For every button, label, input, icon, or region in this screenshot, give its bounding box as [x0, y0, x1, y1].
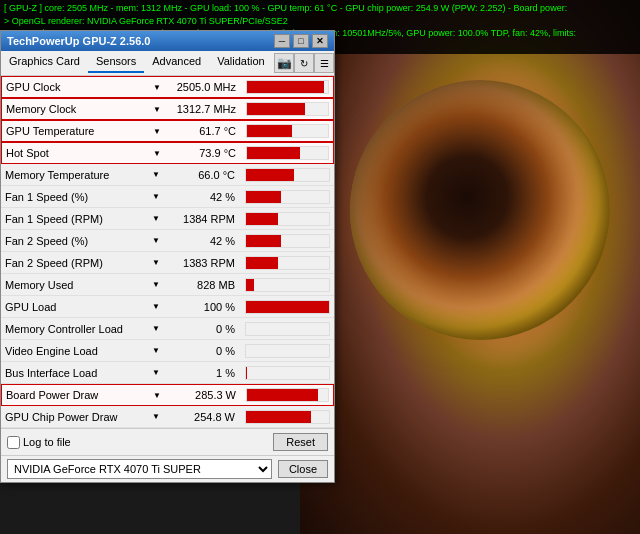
sensor-bar-fill-5: [246, 191, 281, 203]
sensor-value-0: 2505.0 MHz: [167, 81, 242, 93]
sensor-bar-fill-14: [247, 389, 318, 401]
sensor-bar-11: [245, 322, 330, 336]
sensor-name-10: GPU Load: [1, 301, 146, 313]
sensor-row: GPU Clock ▼ 2505.0 MHz: [1, 76, 334, 98]
sensor-bar-fill-9: [246, 279, 254, 291]
sensor-value-13: 1 %: [166, 367, 241, 379]
sensor-dropdown-13[interactable]: ▼: [146, 368, 166, 377]
window-controls: ─ □ ✕: [274, 34, 328, 48]
sensor-row: Fan 1 Speed (%) ▼ 42 %: [1, 186, 334, 208]
sensor-value-6: 1384 RPM: [166, 213, 241, 225]
gpu-dropdown[interactable]: NVIDIA GeForce RTX 4070 Ti SUPER: [7, 459, 272, 479]
sensor-dropdown-11[interactable]: ▼: [146, 324, 166, 333]
dropdown-arrow-icon-3: ▼: [153, 149, 161, 158]
sensor-row: Hot Spot ▼ 73.9 °C: [1, 142, 334, 164]
sensor-bar-2: [246, 124, 329, 138]
menu-bar: Graphics Card Sensors Advanced Validatio…: [1, 51, 334, 76]
menu-sensors[interactable]: Sensors: [88, 53, 144, 73]
camera-button[interactable]: 📷: [274, 53, 294, 73]
sensor-value-11: 0 %: [166, 323, 241, 335]
sensor-bar-5: [245, 190, 330, 204]
sensor-label-10: GPU Load: [5, 301, 56, 313]
sensor-bar-14: [246, 388, 329, 402]
sensor-dropdown-0[interactable]: ▼: [147, 83, 167, 92]
sensor-bar-4: [245, 168, 330, 182]
sensor-dropdown-12[interactable]: ▼: [146, 346, 166, 355]
sensor-label-12: Video Engine Load: [5, 345, 98, 357]
sensor-dropdown-7[interactable]: ▼: [146, 236, 166, 245]
dropdown-arrow-icon-15: ▼: [152, 412, 160, 421]
main-window: TechPowerUp GPU-Z 2.56.0 ─ □ ✕ Graphics …: [0, 30, 335, 483]
sensor-dropdown-5[interactable]: ▼: [146, 192, 166, 201]
close-window-button[interactable]: ✕: [312, 34, 328, 48]
sensor-name-14: Board Power Draw: [2, 389, 147, 401]
dropdown-arrow-icon-7: ▼: [152, 236, 160, 245]
dropdown-arrow-icon-4: ▼: [152, 170, 160, 179]
sensor-name-5: Fan 1 Speed (%): [1, 191, 146, 203]
sensor-list: GPU Clock ▼ 2505.0 MHz Memory Clock ▼ 13…: [1, 76, 334, 428]
sensor-label-15: GPU Chip Power Draw: [5, 411, 117, 423]
dropdown-arrow-icon-10: ▼: [152, 302, 160, 311]
log-to-file-checkbox[interactable]: [7, 436, 20, 449]
sensor-row: GPU Chip Power Draw ▼ 254.8 W: [1, 406, 334, 428]
sensor-label-8: Fan 2 Speed (RPM): [5, 257, 103, 269]
menu-validation[interactable]: Validation: [209, 53, 273, 73]
sensor-row: Memory Temperature ▼ 66.0 °C: [1, 164, 334, 186]
sensor-label-2: GPU Temperature: [6, 125, 94, 137]
sensor-value-7: 42 %: [166, 235, 241, 247]
dropdown-arrow-icon-1: ▼: [153, 105, 161, 114]
sensor-dropdown-15[interactable]: ▼: [146, 412, 166, 421]
sensor-dropdown-3[interactable]: ▼: [147, 149, 167, 158]
sensor-bar-12: [245, 344, 330, 358]
reset-button[interactable]: Reset: [273, 433, 328, 451]
sensor-bar-fill-4: [246, 169, 294, 181]
sensor-dropdown-14[interactable]: ▼: [147, 391, 167, 400]
sensor-row: Bus Interface Load ▼ 1 %: [1, 362, 334, 384]
sensor-bar-1: [246, 102, 329, 116]
title-bar: TechPowerUp GPU-Z 2.56.0 ─ □ ✕: [1, 31, 334, 51]
sensor-dropdown-4[interactable]: ▼: [146, 170, 166, 179]
sensor-label-0: GPU Clock: [6, 81, 60, 93]
sensor-row: GPU Load ▼ 100 %: [1, 296, 334, 318]
window-title: TechPowerUp GPU-Z 2.56.0: [7, 35, 150, 47]
refresh-button[interactable]: ↻: [294, 53, 314, 73]
sensor-bar-fill-15: [246, 411, 311, 423]
sensor-name-4: Memory Temperature: [1, 169, 146, 181]
sensor-label-6: Fan 1 Speed (RPM): [5, 213, 103, 225]
close-button[interactable]: Close: [278, 460, 328, 478]
sensor-dropdown-10[interactable]: ▼: [146, 302, 166, 311]
sensor-label-1: Memory Clock: [6, 103, 76, 115]
sensor-row: Memory Controller Load ▼ 0 %: [1, 318, 334, 340]
sensor-value-12: 0 %: [166, 345, 241, 357]
gpu-selector-bar: NVIDIA GeForce RTX 4070 Ti SUPER Close: [1, 455, 334, 482]
sensor-name-7: Fan 2 Speed (%): [1, 235, 146, 247]
sensor-dropdown-8[interactable]: ▼: [146, 258, 166, 267]
dropdown-arrow-icon-14: ▼: [153, 391, 161, 400]
log-to-file-label[interactable]: Log to file: [7, 436, 71, 449]
sensor-bar-10: [245, 300, 330, 314]
dropdown-arrow-icon-9: ▼: [152, 280, 160, 289]
sensor-dropdown-2[interactable]: ▼: [147, 127, 167, 136]
maximize-button[interactable]: □: [293, 34, 309, 48]
sensor-label-3: Hot Spot: [6, 147, 49, 159]
dropdown-arrow-icon-13: ▼: [152, 368, 160, 377]
sensor-bar-13: [245, 366, 330, 380]
sensor-value-10: 100 %: [166, 301, 241, 313]
sensor-bar-0: [246, 80, 329, 94]
dropdown-arrow-icon-8: ▼: [152, 258, 160, 267]
minimize-button[interactable]: ─: [274, 34, 290, 48]
sensor-bar-fill-2: [247, 125, 292, 137]
sensor-dropdown-9[interactable]: ▼: [146, 280, 166, 289]
menu-button[interactable]: ☰: [314, 53, 334, 73]
menu-advanced[interactable]: Advanced: [144, 53, 209, 73]
sensor-value-5: 42 %: [166, 191, 241, 203]
sensor-label-5: Fan 1 Speed (%): [5, 191, 88, 203]
sensor-name-9: Memory Used: [1, 279, 146, 291]
sensor-dropdown-6[interactable]: ▼: [146, 214, 166, 223]
dropdown-arrow-icon-11: ▼: [152, 324, 160, 333]
sensor-label-11: Memory Controller Load: [5, 323, 123, 335]
sensor-dropdown-1[interactable]: ▼: [147, 105, 167, 114]
sensor-bar-9: [245, 278, 330, 292]
dropdown-arrow-icon-5: ▼: [152, 192, 160, 201]
menu-graphics-card[interactable]: Graphics Card: [1, 53, 88, 73]
